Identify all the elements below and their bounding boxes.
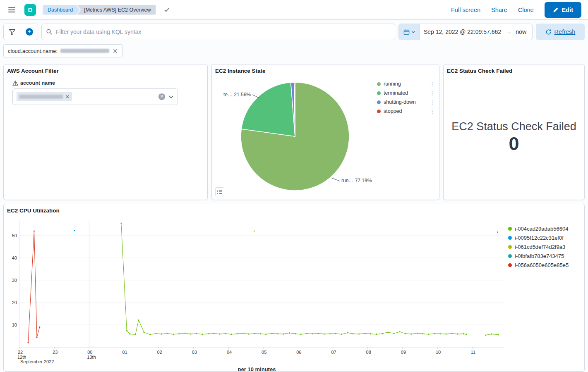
- series-point: [283, 334, 284, 335]
- legend-label: i-0095f12c22c31ef0f: [515, 235, 578, 241]
- refresh-button[interactable]: Refresh: [536, 24, 585, 40]
- saved-queries-button[interactable]: [4, 24, 21, 40]
- full-screen-button[interactable]: Full screen: [451, 7, 480, 13]
- series-point: [463, 333, 464, 334]
- series-point: [289, 332, 290, 334]
- legend-item-i-004cad29adab56604[interactable]: i-004cad29adab56604: [508, 224, 578, 233]
- legend-item-i-061cd5def74d2f9a3[interactable]: i-061cd5def74d2f9a3: [508, 242, 578, 251]
- legend-item-stopped[interactable]: stopped⋮: [377, 107, 436, 116]
- hamburger-icon: [8, 6, 15, 14]
- series-point: [335, 333, 336, 334]
- selected-account-badge: [17, 92, 72, 101]
- add-filter-button[interactable]: +: [21, 24, 38, 40]
- legend-item-i-056a6050e605e85e5[interactable]: i-056a6050e605e85e5: [508, 260, 578, 269]
- deployment-logo[interactable]: D: [24, 4, 36, 16]
- svg-text:09: 09: [401, 350, 406, 355]
- series-point: [306, 333, 307, 334]
- chevron-down-icon: [411, 30, 415, 34]
- calendar-icon: [403, 29, 410, 35]
- legend-item-shutting-down[interactable]: shutting-down⋮: [377, 98, 436, 107]
- combobox-clear-icon[interactable]: ✕: [158, 93, 165, 100]
- svg-text:07: 07: [331, 350, 336, 355]
- edit-button[interactable]: Edit: [545, 2, 581, 18]
- legend-item-running[interactable]: running⋮: [377, 79, 436, 88]
- date-range-end[interactable]: now: [512, 29, 532, 35]
- legend-color-dot: [377, 100, 381, 104]
- share-button[interactable]: Share: [491, 7, 507, 13]
- legend-color-dot: [508, 227, 512, 231]
- legend-color-dot: [377, 110, 381, 113]
- svg-text:06: 06: [296, 350, 301, 355]
- legend-color-dot: [377, 91, 381, 95]
- series-point: [498, 334, 499, 335]
- svg-text:13th: 13th: [87, 355, 96, 360]
- pie-slice-terminated[interactable]: [241, 82, 295, 136]
- panel-aws-account-filter: AWS Account Filter account name ✕: [3, 64, 208, 200]
- cpu-legend: i-004cad29adab56604i-0095f12c22c31ef0fi-…: [506, 215, 578, 372]
- legend-label: stopped: [384, 108, 426, 114]
- series-point: [178, 333, 180, 334]
- panel-title: EC2 Status Check Failed: [447, 68, 581, 74]
- date-range-arrow: →: [505, 29, 512, 35]
- date-range-start[interactable]: Sep 12, 2022 @ 22:09:57.662: [420, 29, 505, 35]
- series-point: [324, 334, 325, 335]
- series-point: [491, 334, 492, 335]
- breadcrumb: Dashboard [Metrics AWS] EC2 Overview: [43, 5, 156, 15]
- legend-item-actions-icon[interactable]: ⋮: [429, 81, 436, 87]
- legend-item-actions-icon[interactable]: ⋮: [429, 99, 436, 105]
- series-point: [208, 333, 209, 334]
- series-point: [144, 332, 145, 333]
- series-point: [237, 333, 238, 334]
- breadcrumb-dashboard[interactable]: Dashboard: [43, 5, 80, 15]
- legend-item-i-0fbfafb783e743475[interactable]: i-0fbfafb783e743475: [508, 251, 578, 260]
- panel-title: EC2 Instance State: [215, 68, 436, 74]
- legend-item-actions-icon[interactable]: ⋮: [429, 90, 436, 96]
- svg-text:00: 00: [87, 350, 92, 355]
- series-point: [242, 332, 244, 334]
- series-point: [347, 332, 348, 333]
- svg-text:11: 11: [471, 350, 475, 355]
- legend-item-terminated[interactable]: terminated⋮: [377, 88, 436, 98]
- svg-text:04: 04: [227, 350, 232, 355]
- filter-pill-remove-button[interactable]: [112, 48, 118, 54]
- series-point: [120, 223, 122, 224]
- series-point: [428, 334, 429, 335]
- series-point: [138, 320, 139, 321]
- menu-button[interactable]: [7, 5, 17, 15]
- kql-search-input[interactable]: [56, 29, 391, 35]
- series-point: [254, 333, 255, 334]
- filter-pill-cloud-account-name[interactable]: cloud.account.name:: [3, 44, 123, 57]
- series-point: [376, 334, 377, 335]
- series-point: [265, 334, 266, 335]
- series-line-i-004cad29adab56604: [486, 334, 498, 335]
- panel-title: AWS Account Filter: [7, 68, 204, 74]
- breadcrumb-current[interactable]: [Metrics AWS] EC2 Overview: [77, 5, 156, 15]
- pencil-icon: [553, 7, 559, 13]
- series-point: [126, 330, 127, 331]
- edit-button-label: Edit: [562, 7, 573, 13]
- legend-toggle-button[interactable]: [215, 187, 224, 196]
- clone-button[interactable]: Clone: [518, 7, 534, 13]
- filter-pill-row: cloud.account.name:: [0, 43, 588, 61]
- legend-item-i-0095f12c22c31ef0f[interactable]: i-0095f12c22c31ef0f: [508, 233, 578, 242]
- series-point: [405, 333, 406, 334]
- svg-text:10: 10: [436, 350, 441, 355]
- legend-item-actions-icon[interactable]: ⋮: [429, 108, 436, 114]
- legend-color-dot: [508, 263, 512, 267]
- legend-label: i-0fbfafb783e743475: [515, 253, 578, 259]
- badge-remove-icon[interactable]: [65, 95, 70, 99]
- series-point: [497, 231, 498, 233]
- filter-pill-value-redacted: [60, 49, 109, 53]
- legend-color-dot: [508, 236, 512, 240]
- x-axis-title: per 10 minutes: [7, 366, 506, 372]
- series-point: [370, 333, 371, 334]
- account-name-combobox[interactable]: ✕: [12, 88, 178, 105]
- legend-label: terminated: [384, 90, 426, 96]
- combobox-chevron-down-icon[interactable]: [168, 94, 174, 100]
- list-icon: [217, 189, 223, 195]
- date-quick-select-button[interactable]: [399, 24, 420, 40]
- legend-label: shutting-down: [384, 99, 426, 105]
- series-point: [434, 333, 435, 334]
- plus-circle-icon: +: [26, 28, 33, 36]
- svg-text:02: 02: [157, 350, 162, 355]
